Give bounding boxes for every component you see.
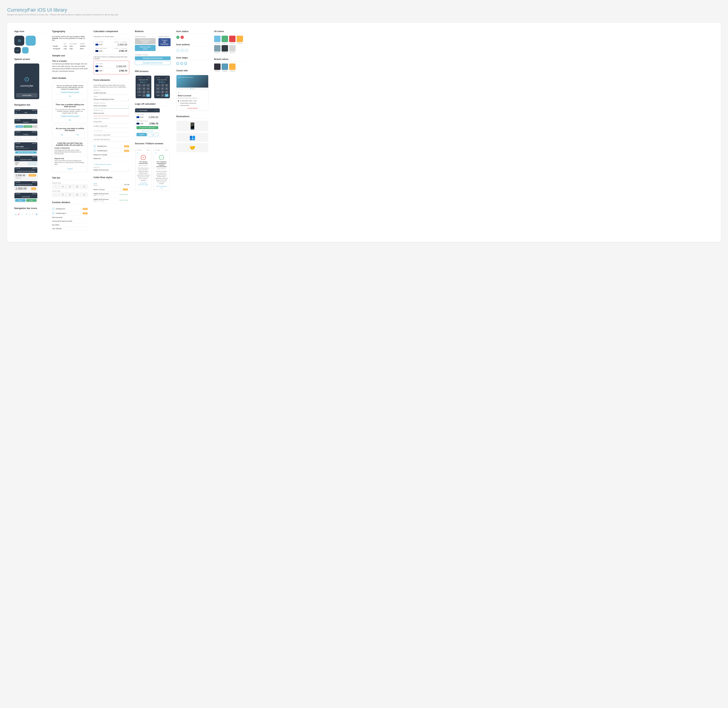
- pin-key-0[interactable]: 0: [142, 94, 146, 97]
- empty-picker[interactable]: Empty picker ›: [93, 129, 129, 132]
- cell-brians-row[interactable]: Brian's Account LIVE ›: [93, 187, 129, 192]
- stella-account-field[interactable]: Stella's EUR account ›: [93, 168, 129, 172]
- logo-calc-login-button[interactable]: Login: [148, 133, 158, 136]
- submit-inactive-button[interactable]: Submit button disable: [135, 38, 155, 44]
- nav-button-1[interactable]: Navigation/Submit button: [135, 57, 171, 60]
- pin-key-2-1[interactable]: 1: [155, 84, 160, 87]
- invite-share-btn[interactable]: Share: [15, 199, 26, 202]
- tab-add[interactable]: ⊕: [60, 185, 67, 189]
- nav-back-icon[interactable]: ◀: [16, 112, 17, 113]
- alert-modal-4-cancel-button[interactable]: Cancel: [67, 168, 73, 170]
- success-x-btn[interactable]: ✕: [155, 152, 168, 154]
- pin-key-2-4[interactable]: 4: [155, 87, 160, 90]
- nav-left-icon[interactable]: ←: [21, 213, 24, 216]
- failure-x-btn[interactable]: ✕: [137, 152, 150, 154]
- cell-stellas-2-row[interactable]: Stella's EUR account IE80 **** **** 00 1…: [93, 197, 129, 203]
- nav-settings-gear-icon[interactable]: ⚙: [35, 213, 38, 216]
- back-icon[interactable]: ◀: [16, 184, 17, 186]
- nav-button-2[interactable]: Navigation/Submit button: [135, 61, 171, 65]
- add-bank-button[interactable]: + Add new bank account: [93, 164, 129, 165]
- divider-referrals[interactable]: Your referrals ›: [52, 227, 88, 231]
- tab-diamond-inactive[interactable]: ◆: [74, 193, 81, 197]
- alert-modal-3-no-button[interactable]: No: [61, 134, 63, 136]
- nav-settings-icon[interactable]: ⚙: [35, 112, 36, 113]
- cell-stellas-1-row[interactable]: Stella's EUR account IE80 **** **** 00 1…: [93, 192, 129, 197]
- empty-field-1[interactable]: [93, 120, 129, 123]
- divider-my-orders[interactable]: My orders ›: [52, 223, 88, 227]
- pin-key-4[interactable]: 4: [137, 87, 142, 90]
- facebook-login-button[interactable]: f Log in with Facebook: [158, 38, 171, 46]
- pin-key-2-9[interactable]: 9: [165, 91, 169, 93]
- deposit-tab-cancelled[interactable]: Cancelled: [33, 125, 38, 128]
- tab-add-inactive[interactable]: ⊕: [60, 193, 67, 197]
- pin-key-3[interactable]: 3: [146, 84, 150, 87]
- tab-home-active[interactable]: ⌂: [52, 193, 60, 197]
- empty-field-3[interactable]: [93, 133, 129, 137]
- pin-key-2-8[interactable]: 8: [161, 91, 164, 93]
- picker-field[interactable]: Choose something from here ›: [93, 98, 129, 101]
- pin-key-forgot[interactable]: Forgot: [137, 94, 142, 97]
- form-plus-2[interactable]: +: [93, 149, 96, 152]
- pin-key-7[interactable]: 7: [137, 91, 142, 93]
- alert-modal-2-ok-button[interactable]: Ok: [69, 119, 71, 121]
- alert-modal-1-ok-button[interactable]: Ok: [69, 95, 71, 97]
- tab-diamond[interactable]: ◆: [74, 185, 81, 189]
- pin-key-8[interactable]: 8: [142, 91, 146, 93]
- pin-key-9[interactable]: 9: [146, 91, 150, 93]
- divider-cf-accounts[interactable]: CurrencyFair bank accounts ›: [52, 219, 88, 223]
- pin-key-2-2[interactable]: 2: [161, 84, 164, 87]
- card-cancel-button[interactable]: Cancel deposit: [178, 107, 207, 109]
- tab-grid-inactive[interactable]: ⊞: [67, 193, 74, 197]
- country-search-field[interactable]: Search...: [16, 137, 36, 140]
- alert-modal-1-link[interactable]: Contact customer support: [54, 91, 86, 93]
- pin-key-2-3[interactable]: 3: [165, 84, 169, 87]
- pin-key-2-delete[interactable]: ⌫: [165, 94, 169, 97]
- tab-grid[interactable]: ⊞: [67, 185, 74, 189]
- empty-field-2[interactable]: [93, 125, 129, 128]
- card-close-button[interactable]: ✕: [178, 91, 180, 94]
- success-input[interactable]: [93, 104, 128, 107]
- pin-key-2-6[interactable]: 6: [165, 87, 169, 90]
- nav-back-arrow-icon[interactable]: ◁: [14, 213, 16, 216]
- submit-active-button[interactable]: Submit button active: [135, 45, 155, 51]
- error-input[interactable]: [93, 112, 129, 115]
- splash-login-button[interactable]: currencyfair: [16, 93, 38, 97]
- pin-key-2-forgot[interactable]: Forgot: [155, 94, 160, 97]
- pin-key-6[interactable]: 6: [146, 87, 150, 90]
- empty-field-4[interactable]: [93, 138, 129, 141]
- form-plus-1[interactable]: +: [93, 145, 96, 148]
- divider-bank-accounts[interactable]: bank accounts ›: [52, 216, 88, 219]
- success-link[interactable]: Start exchanging now: [155, 186, 168, 189]
- logo-calc-register-button[interactable]: Register: [137, 133, 147, 136]
- action-icon-2[interactable]: ?: [180, 49, 184, 52]
- nav-share-icon[interactable]: ↑: [29, 213, 31, 216]
- action-icon-1[interactable]: i: [176, 49, 180, 52]
- input-1-field[interactable]: [93, 91, 129, 95]
- pin-key-2-0[interactable]: 0: [161, 94, 164, 97]
- pin-key-2-7[interactable]: 7: [155, 91, 160, 93]
- nav-heart-icon[interactable]: ♡: [32, 213, 34, 216]
- logo-calc-see-how[interactable]: See how you save: [137, 130, 158, 132]
- alert-option1-arrow[interactable]: ›: [85, 155, 86, 157]
- alert-option2-arrow[interactable]: ›: [85, 165, 86, 167]
- alert-modal-3-yes-button[interactable]: Yes: [76, 134, 79, 136]
- pin-key-delete[interactable]: ⌫: [146, 94, 150, 97]
- pin-key-1[interactable]: 1: [137, 84, 142, 87]
- tab-menu[interactable]: ☰: [81, 185, 88, 189]
- deposit-tab-deposits[interactable]: Deposits: [16, 125, 23, 128]
- pin-key-2[interactable]: 2: [142, 84, 146, 87]
- alert-modal-2-link[interactable]: Contact customer support: [54, 115, 86, 117]
- close-icon[interactable]: ✕: [16, 133, 17, 135]
- divider-plus-1[interactable]: +: [52, 207, 55, 210]
- tab-menu-inactive[interactable]: ☰: [81, 193, 88, 197]
- share-earn-button[interactable]: ▶ Share and earn EUR: [15, 151, 36, 154]
- nav-add-icon[interactable]: ＋: [25, 213, 28, 216]
- tab-home[interactable]: ⌂: [52, 185, 60, 189]
- invite-earn-btn[interactable]: Earn: [26, 199, 36, 202]
- deposit-tab-confirmed[interactable]: Confirmed: [23, 125, 32, 128]
- nav-close-icon[interactable]: ✕: [17, 213, 20, 216]
- action-icon-3[interactable]: +: [185, 49, 188, 52]
- pin-key-5[interactable]: 5: [142, 87, 146, 90]
- pin-key-2-5[interactable]: 5: [161, 87, 164, 90]
- divider-plus-2[interactable]: +: [52, 212, 55, 215]
